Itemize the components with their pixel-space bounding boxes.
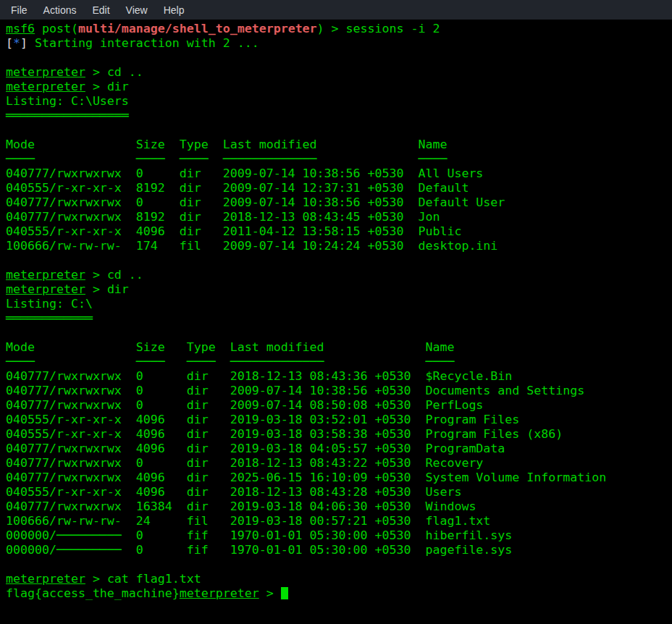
status-text: Starting interaction with 2 ... [28, 36, 259, 50]
blank-line [6, 253, 672, 268]
msf-prompt: msf6 [6, 22, 35, 35]
msf-prompt-line: msf6 post(multi/manage/shell_to_meterpre… [6, 22, 672, 36]
listing-title-root: Listing: C:\ [6, 297, 672, 311]
table2-header: Mode Size Type Last modified Name [6, 340, 672, 355]
menu-item-actions[interactable]: Actions [35, 4, 85, 16]
menu-bar: File Actions Edit View Help [0, 0, 672, 20]
command-text: > cd .. [85, 268, 143, 282]
table-row: 040777/rwxrwxrwx 8192 dir 2018-12-13 08:… [6, 210, 672, 224]
msf-command: ) > sessions -i 2 [317, 22, 440, 35]
meterpreter-prompt: meterpreter [6, 572, 85, 586]
menu-item-file[interactable]: File [3, 4, 35, 16]
msf-module-name: multi/manage/shell_to_meterpreter [78, 22, 317, 35]
table2-header-underline: ──── ──── ──── ───────────── ──── [6, 355, 672, 369]
table-row: 040777/rwxrwxrwx 0 dir 2018-12-13 08:43:… [6, 369, 672, 384]
terminal-output[interactable]: msf6 post(multi/manage/shell_to_meterpre… [0, 20, 672, 601]
status-bracket-open: [ [6, 36, 13, 50]
table-row: 040555/r-xr-xr-x 8192 dir 2009-07-14 12:… [6, 181, 672, 195]
command-text: > cd .. [85, 65, 143, 79]
table-row: 040777/rwxrwxrwx 0 dir 2009-07-14 10:38:… [6, 166, 672, 181]
menu-item-help[interactable]: Help [156, 4, 193, 16]
table1-header-underline: ──── ──── ──── ───────────── ──── [6, 152, 672, 166]
table-row: 040555/r-xr-xr-x 4096 dir 2011-04-12 13:… [6, 224, 672, 239]
menu-item-view[interactable]: View [118, 4, 156, 16]
table-row: 040555/r-xr-xr-x 4096 dir 2019-03-18 03:… [6, 427, 672, 442]
command-line-cat: meterpreter > cat flag1.txt [6, 572, 672, 586]
meterpreter-prompt: meterpreter [6, 282, 85, 296]
table-row: 040777/rwxrwxrwx 0 dir 2009-07-14 10:38:… [6, 195, 672, 210]
flag-output-line: flag{access_the_machine}meterpreter > [6, 586, 672, 601]
status-star-icon: * [13, 36, 20, 50]
command-text: > dir [85, 80, 129, 93]
status-bracket-close: ] [20, 36, 28, 50]
table-row: 040777/rwxrwxrwx 16384 dir 2019-03-18 04… [6, 499, 672, 514]
table-row: 040777/rwxrwxrwx 0 dir 2018-12-13 08:43:… [6, 456, 672, 471]
listing-rule-users: ═════════════════ [6, 109, 672, 123]
table-row: 000000/───────── 0 fif 1970-01-01 05:30:… [6, 528, 672, 543]
menu-item-edit[interactable]: Edit [84, 4, 117, 16]
prompt-tail: > [259, 586, 281, 600]
table-row: 100666/rw-rw-rw- 174 fil 2009-07-14 10:2… [6, 239, 672, 253]
blank-line [6, 557, 672, 572]
table-row: 040555/r-xr-xr-x 4096 dir 2018-12-13 08:… [6, 485, 672, 499]
msf-pre-module: post( [35, 22, 78, 35]
status-line: [*] Starting interaction with 2 ... [6, 36, 672, 51]
meterpreter-prompt: meterpreter [6, 65, 85, 79]
listing-title-users: Listing: C:\Users [6, 94, 672, 109]
table-row: 040555/r-xr-xr-x 4096 dir 2019-03-18 03:… [6, 413, 672, 427]
table-row: 040777/rwxrwxrwx 4096 dir 2025-06-15 16:… [6, 471, 672, 485]
table-row: 040777/rwxrwxrwx 0 dir 2009-07-14 08:50:… [6, 398, 672, 413]
table-row: 040777/rwxrwxrwx 4096 dir 2019-03-18 04:… [6, 442, 672, 456]
terminal-cursor [281, 587, 288, 599]
command-text: > cat flag1.txt [85, 572, 201, 586]
meterpreter-prompt: meterpreter [6, 80, 85, 93]
blank-line [6, 51, 672, 65]
command-line-dir-2: meterpreter > dir [6, 282, 672, 297]
listing-rule-root: ════════════ [6, 311, 672, 326]
blank-line [6, 123, 672, 138]
meterpreter-prompt: meterpreter [180, 586, 259, 600]
command-text: > dir [85, 282, 129, 296]
table-row: 040777/rwxrwxrwx 0 dir 2009-07-14 10:38:… [6, 384, 672, 398]
table-row: 100666/rw-rw-rw- 24 fil 2019-03-18 00:57… [6, 514, 672, 528]
meterpreter-prompt: meterpreter [6, 268, 85, 282]
flag-text: flag{access_the_machine} [6, 586, 180, 600]
command-line-cd-1: meterpreter > cd .. [6, 65, 672, 80]
command-line-cd-2: meterpreter > cd .. [6, 268, 672, 282]
table1-header: Mode Size Type Last modified Name [6, 138, 672, 152]
command-line-dir-1: meterpreter > dir [6, 80, 672, 94]
blank-line [6, 326, 672, 340]
table-row: 000000/───────── 0 fif 1970-01-01 05:30:… [6, 543, 672, 557]
